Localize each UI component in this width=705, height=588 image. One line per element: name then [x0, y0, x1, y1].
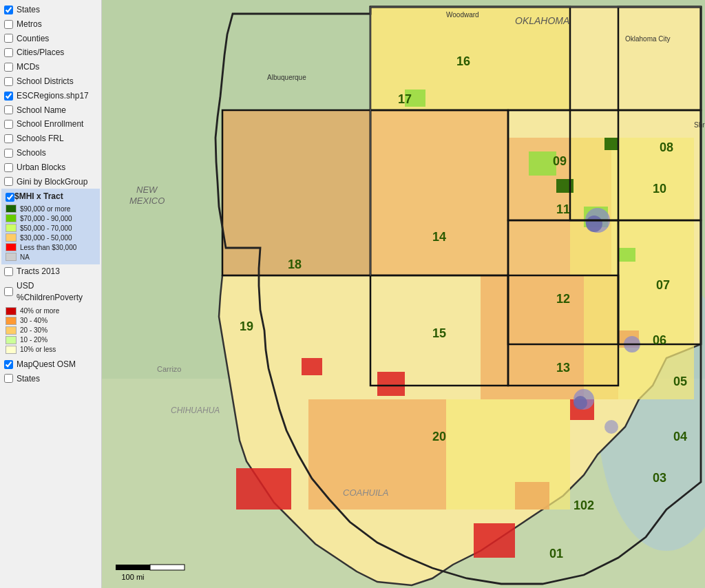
layer-item-school-enrollment[interactable]: School Enrollment: [1, 117, 100, 132]
checkbox-metros[interactable]: [4, 20, 13, 29]
svg-rect-7: [377, 372, 405, 396]
svg-text:14: 14: [432, 230, 446, 244]
svg-text:06: 06: [653, 333, 666, 347]
mhi-tract-label: $MHI x Tract: [14, 191, 63, 201]
svg-text:20: 20: [432, 430, 446, 443]
svg-text:100 mi: 100 mi: [121, 573, 144, 581]
layer-item-metros[interactable]: Metros: [1, 17, 100, 32]
svg-rect-8: [302, 358, 322, 375]
checkbox-mcds[interactable]: [4, 63, 13, 72]
svg-text:07: 07: [656, 278, 670, 292]
label-states-bottom: States: [17, 373, 40, 385]
svg-text:Carrizo: Carrizo: [157, 365, 181, 373]
checkbox-states-bottom[interactable]: [4, 374, 13, 383]
svg-text:08: 08: [660, 140, 673, 154]
checkbox-schools-frl[interactable]: [4, 134, 13, 143]
svg-text:10: 10: [653, 182, 666, 196]
checkbox-schools[interactable]: [4, 149, 13, 158]
svg-text:16: 16: [456, 54, 470, 68]
mhi-legend-item: NA: [6, 252, 96, 262]
svg-text:Shreveport: Shreveport: [694, 121, 705, 129]
checkbox-esc-regions[interactable]: [4, 92, 13, 101]
label-school-districts: School Districts: [17, 76, 74, 87]
usd-legend-item: 10 - 20%: [6, 335, 96, 345]
label-tracts-2013: Tracts 2013: [17, 266, 60, 277]
legend-color-swatch: [6, 214, 17, 222]
usd-legend-item: 30 - 40%: [6, 316, 96, 326]
svg-text:18: 18: [288, 258, 302, 271]
label-esc-regions: ESCRegions.shp17: [17, 90, 89, 102]
layer-item-schools[interactable]: Schools: [1, 146, 100, 160]
checkbox-urban-blocks[interactable]: [4, 163, 13, 172]
svg-rect-61: [150, 565, 185, 570]
mhi-legend-item: Less than $30,000: [6, 242, 96, 252]
layer-item-esc-regions[interactable]: ESCRegions.shp17: [1, 89, 100, 103]
svg-text:CHIHUAHUA: CHIHUAHUA: [171, 406, 220, 415]
usd-legend-item: 10% or less: [6, 345, 96, 355]
layer-item-school-name[interactable]: School Name: [1, 103, 100, 118]
layer-item-states-bottom[interactable]: States: [1, 372, 100, 386]
svg-text:102: 102: [574, 498, 594, 512]
usd-color-swatch: [6, 326, 17, 335]
svg-rect-5: [474, 523, 515, 558]
layer-item-states-top[interactable]: States: [1, 3, 100, 17]
checkbox-counties[interactable]: [4, 34, 13, 43]
svg-point-30: [604, 420, 618, 434]
legend-item-label: NA: [20, 253, 30, 261]
legend-color-swatch: [6, 243, 17, 251]
usd-color-swatch: [6, 336, 17, 344]
svg-rect-60: [116, 565, 150, 570]
legend-color-swatch: [6, 204, 17, 213]
layer-item-mcds[interactable]: MCDs: [1, 60, 100, 74]
svg-text:COAHUILA: COAHUILA: [343, 487, 388, 498]
usd-color-swatch: [6, 346, 17, 354]
svg-text:03: 03: [653, 471, 666, 485]
usd-color-swatch: [6, 317, 17, 325]
legend-color-swatch: [6, 224, 17, 232]
svg-text:15: 15: [432, 326, 446, 340]
svg-text:09: 09: [553, 154, 567, 168]
layer-item-urban-blocks[interactable]: Urban Blocks: [1, 160, 100, 175]
legend-item-label: $70,000 - 90,000: [20, 215, 72, 222]
usd-legend-item: 40% or more: [6, 306, 96, 316]
usd-legend: 40% or more30 - 40%20 - 30%10 - 20%10% o…: [1, 305, 100, 357]
checkbox-school-districts[interactable]: [4, 77, 13, 86]
label-metros: Metros: [17, 19, 42, 30]
checkbox-gini-blockgroup[interactable]: [4, 177, 13, 186]
legend-color-swatch: [6, 233, 17, 242]
layer-item-tracts-2013[interactable]: Tracts 2013: [1, 264, 100, 279]
label-gini-blockgroup: Gini by BlockGroup: [17, 176, 87, 188]
layer-item-usd-children-poverty[interactable]: USD %ChildrenPoverty: [1, 279, 100, 305]
label-mcds: MCDs: [17, 61, 39, 73]
mhi-legend: $MHI x Tract $90,000 or more$70,000 - 90…: [1, 189, 100, 264]
checkbox-cities-places[interactable]: [4, 48, 13, 57]
label-schools-frl: Schools FRL: [17, 133, 64, 145]
checkbox-states-top[interactable]: [4, 6, 13, 14]
usd-color-swatch: [6, 307, 17, 315]
label-states-top: States: [17, 4, 40, 16]
svg-text:13: 13: [556, 361, 570, 375]
usd-legend-label: 40% or more: [20, 307, 59, 315]
svg-text:OKLAHOMA: OKLAHOMA: [515, 15, 569, 26]
layer-item-cities-places[interactable]: Cities/Places: [1, 45, 100, 60]
svg-text:12: 12: [556, 292, 570, 306]
layer-item-counties[interactable]: Counties: [1, 32, 100, 46]
map-container: 16 17 18 15 09 11 10 08 07 12 06 05 13 0…: [102, 0, 705, 588]
layer-panel: StatesMetrosCountiesCities/PlacesMCDsSch…: [0, 0, 102, 588]
svg-point-28: [574, 396, 587, 410]
label-school-enrollment: School Enrollment: [17, 118, 83, 130]
mhi-tract-checkbox[interactable]: [6, 193, 14, 202]
svg-text:19: 19: [240, 319, 253, 333]
layer-item-school-districts[interactable]: School Districts: [1, 74, 100, 89]
layer-item-mapquest-osm[interactable]: MapQuest OSM: [1, 357, 100, 372]
checkbox-mapquest-osm[interactable]: [4, 360, 13, 369]
checkbox-school-name[interactable]: [4, 105, 13, 114]
legend-color-swatch: [6, 253, 17, 261]
usd-legend-label: 30 - 40%: [20, 317, 48, 324]
svg-text:Oklahoma City: Oklahoma City: [625, 35, 671, 43]
layer-item-gini-blockgroup[interactable]: Gini by BlockGroup: [1, 175, 100, 189]
checkbox-usd-children-poverty[interactable]: [4, 287, 13, 296]
layer-item-schools-frl[interactable]: Schools FRL: [1, 132, 100, 146]
checkbox-tracts-2013[interactable]: [4, 267, 13, 276]
checkbox-school-enrollment[interactable]: [4, 120, 13, 129]
